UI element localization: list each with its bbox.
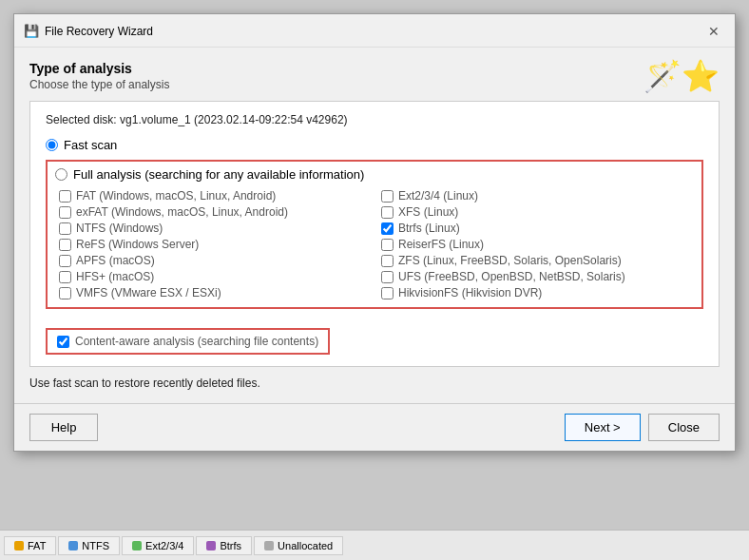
full-analysis-radio[interactable] bbox=[55, 168, 67, 181]
content-aware-checkbox[interactable] bbox=[57, 336, 69, 348]
close-button[interactable]: Close bbox=[648, 414, 720, 441]
app-icon: 💾 bbox=[24, 24, 39, 39]
btrfs-icon bbox=[206, 541, 216, 550]
button-row: Help Next > Close bbox=[14, 404, 735, 451]
filesystems-grid: FAT (Windows, macOS, Linux, Android) Ext… bbox=[55, 189, 694, 299]
fs-zfs[interactable]: ZFS (Linux, FreeBSD, Solaris, OpenSolari… bbox=[381, 254, 694, 267]
wizard-icon: 🪄⭐ bbox=[643, 61, 720, 91]
taskbar-ext-label: Ext2/3/4 bbox=[145, 540, 183, 551]
fs-xfs[interactable]: XFS (Linux) bbox=[381, 205, 694, 219]
fs-btrfs[interactable]: Btrfs (Linux) bbox=[381, 222, 694, 235]
fs-exfat[interactable]: exFAT (Windows, macOS, Linux, Android) bbox=[59, 205, 372, 219]
fs-ntfs[interactable]: NTFS (Windows) bbox=[59, 222, 372, 235]
fs-apfs[interactable]: APFS (macOS) bbox=[59, 254, 372, 267]
help-button[interactable]: Help bbox=[29, 414, 98, 441]
fs-fat[interactable]: FAT (Windows, macOS, Linux, Android) bbox=[59, 189, 372, 203]
taskbar-btrfs[interactable]: Btrfs bbox=[196, 536, 252, 555]
taskbar-fat-label: FAT bbox=[28, 540, 46, 551]
taskbar-ext234[interactable]: Ext2/3/4 bbox=[122, 536, 194, 555]
fs-ufs[interactable]: UFS (FreeBSD, OpenBSD, NetBSD, Solaris) bbox=[381, 270, 694, 283]
fast-scan-radio[interactable] bbox=[46, 139, 58, 151]
selected-disk-label: Selected disk: vg1.volume_1 (2023.02.14-… bbox=[46, 113, 703, 126]
full-analysis-label: Full analysis (searching for any availab… bbox=[73, 167, 364, 182]
taskbar: FAT NTFS Ext2/3/4 Btrfs Unallocated bbox=[0, 530, 749, 560]
full-analysis-option[interactable]: Full analysis (searching for any availab… bbox=[55, 167, 694, 182]
fast-scan-option[interactable]: Fast scan bbox=[46, 138, 703, 152]
taskbar-fat[interactable]: FAT bbox=[4, 536, 56, 555]
header-section: Type of analysis Choose the type of anal… bbox=[14, 48, 735, 101]
title-bar: 💾 File Recovery Wizard ✕ bbox=[14, 14, 735, 48]
fs-vmfs[interactable]: VMFS (VMware ESX / ESXi) bbox=[59, 286, 372, 299]
ext-icon bbox=[132, 541, 142, 550]
info-text: Use fast scan to restore recently delete… bbox=[14, 367, 735, 396]
taskbar-ntfs[interactable]: NTFS bbox=[58, 536, 120, 555]
fs-refs[interactable]: ReFS (Windows Server) bbox=[59, 238, 372, 251]
taskbar-unallocated-label: Unallocated bbox=[278, 540, 333, 551]
taskbar-unallocated[interactable]: Unallocated bbox=[254, 536, 343, 555]
page-heading: Type of analysis bbox=[29, 61, 169, 76]
content-area: Selected disk: vg1.volume_1 (2023.02.14-… bbox=[29, 101, 720, 367]
fs-hikvision[interactable]: HikvisionFS (Hikvision DVR) bbox=[381, 286, 694, 299]
taskbar-ntfs-label: NTFS bbox=[82, 540, 109, 551]
content-aware-label: Content-aware analysis (searching file c… bbox=[75, 335, 318, 348]
fs-reiserfs[interactable]: ReiserFS (Linux) bbox=[381, 238, 694, 251]
title-bar-text: File Recovery Wizard bbox=[45, 25, 153, 38]
content-aware-box: Content-aware analysis (searching file c… bbox=[46, 328, 330, 355]
ntfs-icon bbox=[68, 541, 78, 550]
full-analysis-box: Full analysis (searching for any availab… bbox=[46, 160, 703, 309]
fs-hfsplus[interactable]: HFS+ (macOS) bbox=[59, 270, 372, 283]
fast-scan-label: Fast scan bbox=[64, 138, 117, 152]
page-subheading: Choose the type of analysis bbox=[29, 78, 169, 91]
fs-ext234[interactable]: Ext2/3/4 (Linux) bbox=[381, 189, 694, 203]
unallocated-icon bbox=[264, 541, 274, 550]
next-button[interactable]: Next > bbox=[565, 414, 641, 441]
fat-icon bbox=[14, 541, 24, 550]
close-window-button[interactable]: ✕ bbox=[704, 22, 723, 41]
taskbar-btrfs-label: Btrfs bbox=[220, 540, 241, 551]
